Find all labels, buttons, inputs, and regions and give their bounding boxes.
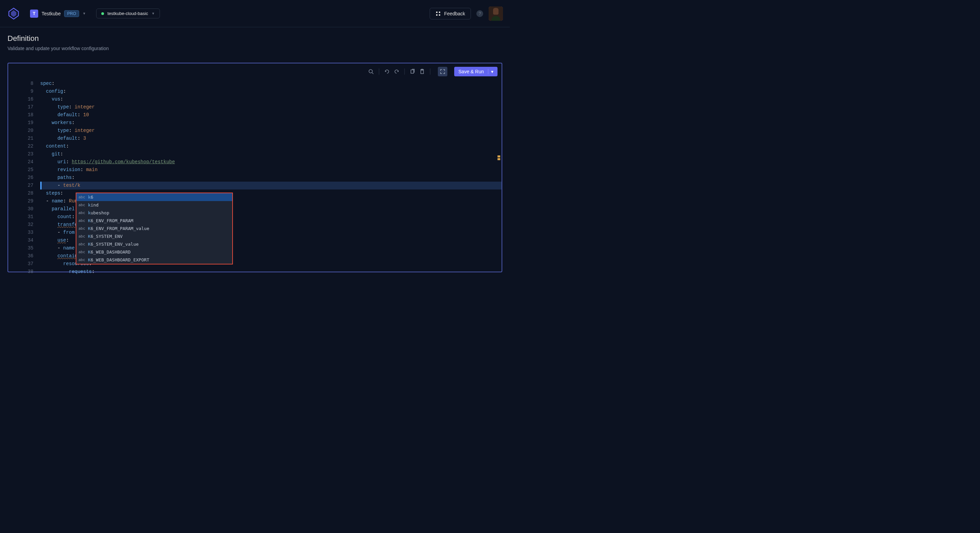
code-line[interactable]: type: integer xyxy=(40,103,501,111)
svg-rect-3 xyxy=(439,14,440,16)
line-number: 16 xyxy=(8,95,33,103)
line-number: 26 xyxy=(8,174,33,182)
line-number: 30 xyxy=(8,205,33,213)
svg-line-7 xyxy=(372,73,373,74)
autocomplete-item[interactable]: abcK6_SYSTEM_ENV xyxy=(76,232,232,240)
editor-toolbar: Save & Run ▾ xyxy=(8,63,501,80)
topbar-right: Feedback ? xyxy=(430,6,503,21)
code-line[interactable]: vus: xyxy=(40,95,501,103)
line-number: 31 xyxy=(8,213,33,221)
line-number: 32 xyxy=(8,221,33,228)
redo-icon[interactable] xyxy=(393,68,400,75)
help-icon[interactable]: ? xyxy=(476,10,483,17)
line-number: 37 xyxy=(8,260,33,268)
code-line[interactable]: revision: main xyxy=(40,166,501,174)
feedback-button[interactable]: Feedback xyxy=(430,8,471,19)
minimap[interactable] xyxy=(498,155,500,161)
line-number: 29 xyxy=(8,197,33,205)
line-number: 33 xyxy=(8,228,33,236)
page-title: Definition xyxy=(8,34,502,43)
breadcrumb: T Testkube PRO ▼ xyxy=(30,10,86,18)
code-line[interactable]: type: integer xyxy=(40,127,501,135)
line-number: 28 xyxy=(8,189,33,197)
save-run-button[interactable]: Save & Run ▾ xyxy=(454,67,498,76)
undo-icon[interactable] xyxy=(383,68,391,75)
autocomplete-item[interactable]: abcK6_WEB_DASHBOARD_EXPORT xyxy=(76,256,232,264)
autocomplete-popup[interactable]: abck6abckindabckubeshopabcK6_ENV_FROM_PA… xyxy=(76,192,233,265)
page-subtitle: Validate and update your workflow config… xyxy=(8,46,502,51)
org-name[interactable]: Testkube xyxy=(41,11,61,16)
line-number: 17 xyxy=(8,103,33,111)
autocomplete-item[interactable]: abcK6_SYSTEM_ENV_value xyxy=(76,240,232,248)
line-number: 8 xyxy=(8,80,33,87)
code-line[interactable]: content: xyxy=(40,143,501,150)
copy-icon[interactable] xyxy=(409,68,416,75)
line-number: 18 xyxy=(8,111,33,119)
page-header: Definition Validate and update your work… xyxy=(0,27,510,59)
line-number: 21 xyxy=(8,135,33,143)
line-number: 38 xyxy=(8,268,33,276)
autocomplete-item[interactable]: abck6 xyxy=(76,193,232,201)
search-icon[interactable] xyxy=(367,68,375,75)
line-number: 22 xyxy=(8,143,33,150)
svg-rect-0 xyxy=(436,11,438,13)
code-line[interactable]: default: 3 xyxy=(40,135,501,143)
chevron-down-icon[interactable]: ▼ xyxy=(83,11,86,15)
code-line[interactable]: git: xyxy=(40,150,501,158)
env-name: testkube-cloud-basic xyxy=(107,11,148,16)
app-logo-icon[interactable] xyxy=(7,7,21,21)
line-number: 35 xyxy=(8,244,33,252)
autocomplete-item[interactable]: abcK6_ENV_FROM_PARAM_value xyxy=(76,225,232,232)
code-line[interactable]: paths: xyxy=(40,174,501,182)
svg-rect-8 xyxy=(411,70,414,73)
svg-rect-1 xyxy=(439,11,440,13)
chevron-down-icon[interactable]: ▾ xyxy=(488,69,493,74)
code-line[interactable]: - test/k xyxy=(40,182,501,189)
code-line[interactable]: uri: https://github.com/kubeshop/testkub… xyxy=(40,158,501,166)
chevron-down-icon: ▼ xyxy=(151,11,155,15)
avatar[interactable] xyxy=(488,6,503,21)
line-number: 24 xyxy=(8,158,33,166)
line-number: 23 xyxy=(8,150,33,158)
code-line[interactable]: workers: xyxy=(40,119,501,127)
line-number: 36 xyxy=(8,252,33,260)
status-dot-icon xyxy=(101,12,104,15)
line-number: 25 xyxy=(8,166,33,174)
line-number: 19 xyxy=(8,119,33,127)
code-line[interactable]: requests: xyxy=(40,268,501,276)
line-number: 20 xyxy=(8,127,33,135)
line-number: 9 xyxy=(8,87,33,95)
env-selector[interactable]: testkube-cloud-basic ▼ xyxy=(96,8,160,18)
autocomplete-item[interactable]: abckind xyxy=(76,201,232,209)
line-number: 34 xyxy=(8,236,33,244)
pro-badge: PRO xyxy=(64,10,79,17)
code-line[interactable]: config: xyxy=(40,87,501,95)
svg-rect-2 xyxy=(436,14,438,16)
line-number: 27 xyxy=(8,182,33,189)
svg-point-6 xyxy=(369,70,372,73)
code-line[interactable]: spec: xyxy=(40,80,501,87)
autocomplete-item[interactable]: abcK6_WEB_DASHBOARD xyxy=(76,248,232,256)
code-line[interactable]: default: 10 xyxy=(40,111,501,119)
fullscreen-button[interactable] xyxy=(438,67,447,76)
paste-icon[interactable] xyxy=(418,68,426,75)
autocomplete-item[interactable]: abckubeshop xyxy=(76,209,232,217)
autocomplete-item[interactable]: abcK6_ENV_FROM_PARAM xyxy=(76,217,232,225)
topbar: T Testkube PRO ▼ testkube-cloud-basic ▼ … xyxy=(0,0,510,27)
slack-icon xyxy=(436,11,441,16)
org-badge: T xyxy=(30,10,38,18)
